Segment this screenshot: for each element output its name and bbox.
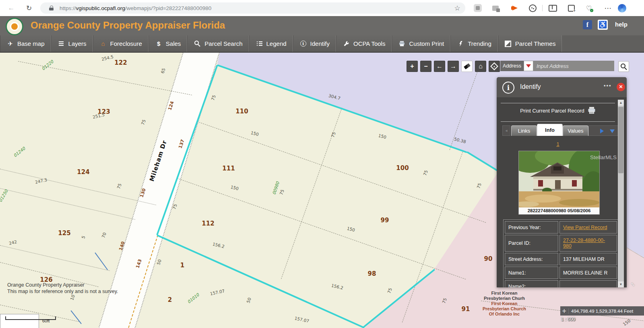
parcel-boundary-line — [0, 245, 110, 271]
app-header: Orange County Property Appraiser Florida… — [0, 16, 644, 35]
reload-icon[interactable]: ↻ — [24, 3, 34, 13]
menu-trending[interactable]: Trending — [450, 35, 498, 52]
parcel-number-label: 122 — [114, 59, 127, 66]
tab-info[interactable]: Info — [537, 124, 563, 136]
search-button[interactable] — [618, 61, 629, 72]
next-extent-button[interactable]: → — [448, 61, 459, 72]
church-label-line: Presbyterian Church — [473, 306, 536, 312]
dimension-label: 150 — [378, 133, 387, 139]
menu-layers[interactable]: Layers — [51, 35, 93, 52]
lot-id-label: 01220 — [41, 59, 54, 71]
identify-panel-header[interactable]: i Identify ••• ✕ — [497, 77, 627, 97]
previous-extent-button[interactable]: ← — [434, 61, 445, 72]
menu-legend[interactable]: Legend — [249, 35, 293, 52]
copilot-icon[interactable] — [617, 4, 626, 12]
church-label-line: Presbyterian Churh — [473, 296, 536, 301]
scale-bar-label: 60ft — [42, 318, 50, 323]
close-icon[interactable]: ✕ — [617, 83, 625, 91]
dimension-label: 75 — [422, 170, 429, 176]
info-icon: i — [502, 82, 514, 94]
themes-icon — [504, 40, 512, 47]
tab-links[interactable]: Links — [511, 125, 537, 136]
zoom-selection-button[interactable] — [489, 61, 500, 72]
parcel-boundary-line — [0, 188, 135, 220]
menu-parcel-themes[interactable]: Parcel Themes — [498, 35, 562, 52]
extensions-cookie-icon[interactable] — [528, 4, 537, 12]
scroll-down-icon[interactable]: ▼ — [618, 281, 624, 287]
divider — [501, 121, 615, 122]
menu-label: Base map — [17, 40, 45, 47]
table-row: Parcel ID:27-22-28-4880-00-980 — [505, 235, 617, 252]
search-type-button[interactable]: Address — [500, 61, 524, 71]
parcel-number-label: 124 — [77, 168, 89, 176]
parcel-photo: 282227488000980 05/08/2006 — [518, 151, 600, 215]
plus-icon: + — [410, 63, 414, 70]
dimension-label: 254.5 — [101, 54, 114, 62]
collections-icon[interactable]: + — [567, 4, 576, 12]
field-label: Name2: — [505, 280, 558, 287]
menu-bar: ✈Base mapLayers⌂Foreclosure$SalesParcel … — [0, 35, 644, 53]
coordinate-readout: ✛ 494,798.49 1,529,378.44 Feet — [560, 306, 644, 316]
scrollbar-thumb[interactable] — [618, 107, 623, 173]
accessibility-icon[interactable]: ♿ — [598, 20, 608, 30]
coordinates-text: 494,798.49 1,529,378.44 Feet — [571, 309, 633, 314]
menu-parcel-search[interactable]: Parcel Search — [187, 35, 249, 52]
dimension-label: 75 — [386, 287, 393, 294]
search-type-dropdown[interactable] — [524, 61, 533, 71]
announcement-icon[interactable] — [510, 4, 519, 12]
panel-menu-icon[interactable]: ••• — [604, 82, 612, 88]
dimension-label: 251.5 — [92, 112, 105, 119]
dimension-label: 247.3 — [35, 177, 47, 184]
tab-values[interactable]: Values — [563, 125, 588, 136]
back-icon[interactable]: ← — [6, 3, 16, 13]
menu-identify[interactable]: iIdentify — [293, 35, 336, 52]
parcel-number-label: 99 — [381, 217, 389, 224]
feature-dropdown-icon[interactable] — [610, 129, 615, 133]
menu-custom-print[interactable]: Custom Print — [392, 35, 450, 52]
field-link[interactable]: 27-22-28-4880-00-980 — [563, 238, 605, 249]
panel-scrollbar[interactable]: ▲ ▼ — [618, 100, 624, 287]
minus-icon: − — [424, 63, 427, 70]
help-link[interactable]: help — [615, 21, 627, 28]
church-label-line: First Korean — [473, 291, 536, 296]
dimension-label: 75 — [116, 183, 122, 190]
tab-scroll-left-button[interactable]: ◄ — [502, 125, 510, 136]
lock-icon — [49, 6, 54, 11]
favorite-star-icon[interactable]: ☆ — [452, 3, 462, 13]
table-row: Street Address:137 MILEHAM DR — [505, 253, 617, 265]
zoom-out-button[interactable]: − — [420, 61, 431, 72]
house-photo-illustration — [519, 151, 599, 207]
scroll-up-icon[interactable]: ▲ — [618, 100, 624, 106]
menu-foreclosure[interactable]: ⌂Foreclosure — [93, 35, 149, 52]
split-screen-icon[interactable] — [548, 4, 557, 12]
address-input[interactable] — [533, 61, 614, 71]
zoom-in-button[interactable]: + — [407, 61, 418, 72]
scale-ratio: 1 : 600 — [561, 317, 575, 322]
facebook-icon[interactable]: f — [583, 20, 592, 29]
parcel-number-label: 98 — [368, 270, 376, 277]
parcel-number-label: 90 — [484, 255, 493, 262]
chevron-down-icon — [526, 64, 531, 68]
tab-paging-strip — [588, 125, 619, 136]
screenshot-extension-icon[interactable] — [491, 4, 500, 12]
wrench-icon — [343, 40, 350, 47]
church-labels: First KoreanPresbyterian ChurhFirst Kore… — [473, 291, 536, 317]
more-menu-icon[interactable]: ⋯ — [603, 3, 613, 13]
field-value: MORRIS ELAINE R — [559, 266, 617, 279]
menu-base-map[interactable]: ✈Base map — [0, 35, 51, 52]
bolt-icon — [457, 40, 464, 47]
clear-graphics-button[interactable] — [461, 61, 473, 72]
browser-essentials-icon[interactable]: ♡✓ — [584, 4, 593, 12]
field-link[interactable]: View Parcel Record — [563, 225, 607, 230]
menu-sales[interactable]: $Sales — [149, 35, 188, 52]
dimension-label: 75 — [476, 182, 482, 189]
address-bar[interactable]: https://vgispublic.ocpafl.org/webmapjs/?… — [40, 2, 465, 14]
full-extent-button[interactable]: ⌂ — [475, 61, 486, 72]
page-link[interactable]: 1 — [556, 141, 559, 147]
menu-ocpa-tools[interactable]: OCPA Tools — [336, 35, 392, 52]
extension-icon[interactable] — [473, 4, 482, 12]
next-feature-icon[interactable] — [600, 129, 604, 133]
print-parcel-record-button[interactable]: Print Current Parcel Record — [497, 107, 619, 114]
lot-id-label: 01010 — [186, 292, 200, 304]
parcel-info-table: Previous Year:View Parcel RecordParcel I… — [503, 219, 619, 287]
